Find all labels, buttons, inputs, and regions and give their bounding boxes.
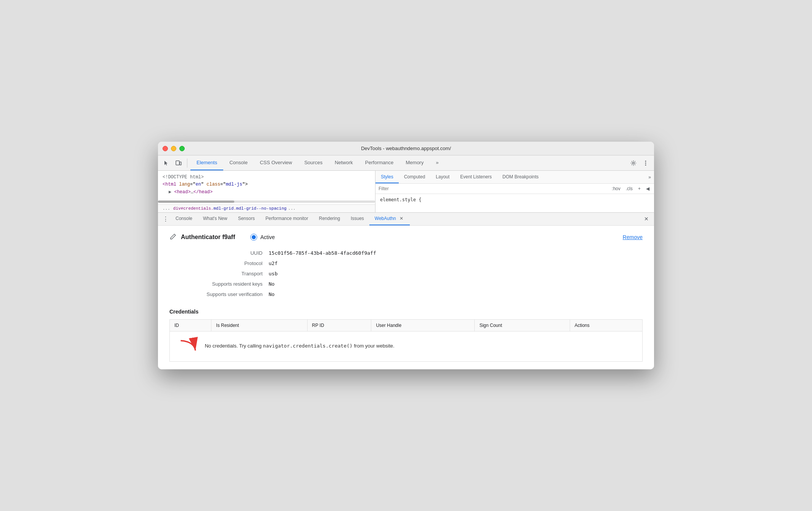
tab-more[interactable]: » [430,155,445,170]
col-user-handle: User Handle [371,319,475,331]
drawer-tab-whats-new[interactable]: What's New [198,213,233,225]
credentials-table: ID Is Resident RP ID User Handle Sign Co… [169,319,643,362]
col-actions: Actions [570,319,642,331]
cls-button[interactable]: .cls [624,185,634,192]
detail-row-transport: Transport usb [169,271,643,277]
titlebar: DevTools - webauthndemo.appspot.com/ [158,142,654,155]
detail-row-resident-keys: Supports resident keys No [169,281,643,287]
dom-tree: <!DOCTYPE html> <html lang="en" class="m… [158,171,375,199]
drawer-tab-more[interactable]: ⋮ [161,213,170,225]
styles-content: element.style { [375,194,654,205]
svg-point-5 [645,164,646,165]
main-tabs: Elements Console CSS Overview Sources Ne… [190,155,445,170]
breadcrumb-more[interactable]: ... [288,206,296,211]
tab-dom-breakpoints[interactable]: DOM Breakpoints [497,171,544,183]
toolbar-divider [187,158,187,168]
breadcrumb-dots[interactable]: ... [161,206,172,211]
more-options-button[interactable] [640,158,651,168]
col-sign-count: Sign Count [475,319,570,331]
authenticator-name: Authenticator f9aff [181,234,235,241]
transport-value: usb [269,271,277,277]
toggle-sidebar-button[interactable]: ◀ [644,185,651,192]
settings-button[interactable] [628,158,639,168]
device-toggle-button[interactable] [173,158,184,168]
svg-rect-1 [180,162,181,165]
styles-filter-actions: :hov .cls + ◀ [610,185,651,192]
tab-computed[interactable]: Computed [399,171,430,183]
tab-event-listeners[interactable]: Event Listeners [455,171,497,183]
close-button[interactable] [163,146,168,151]
drawer-tab-sensors[interactable]: Sensors [233,213,260,225]
resident-keys-value: No [269,281,275,287]
authenticator-details: UUID 15c01f56-785f-43b4-ab58-4facd60f9af… [169,250,643,297]
styles-filter-bar: :hov .cls + ◀ [375,184,654,194]
drawer-tab-webauthn[interactable]: WebAuthn ✕ [369,213,410,225]
elements-panel: <!DOCTYPE html> <html lang="en" class="m… [158,171,375,212]
styles-tab-more[interactable]: » [645,171,654,183]
detail-row-uuid: UUID 15c01f56-785f-43b4-ab58-4facd60f9af… [169,250,643,256]
tab-sources[interactable]: Sources [298,155,329,170]
credentials-title: Credentials [169,309,643,315]
tab-styles[interactable]: Styles [375,171,399,183]
drawer-tab-performance-monitor[interactable]: Performance monitor [260,213,314,225]
drawer-tab-issues[interactable]: Issues [345,213,369,225]
no-credentials-cell: No credentials. Try calling navigator.cr… [170,331,643,361]
add-rule-button[interactable]: + [636,185,642,192]
svg-point-2 [633,162,635,164]
webauthn-tab-label: WebAuthn [375,216,396,221]
styles-filter-input[interactable] [379,186,607,191]
tab-memory[interactable]: Memory [400,155,430,170]
tab-performance[interactable]: Performance [359,155,400,170]
svg-point-3 [645,160,646,162]
no-credentials-suffix: from your website. [353,343,395,349]
svg-point-4 [645,162,646,163]
drawer-tab-bar: ⋮ Console What's New Sensors Performance… [158,213,654,226]
drawer-close-all-button[interactable]: ✕ [642,213,651,225]
maximize-button[interactable] [179,146,185,151]
window-title: DevTools - webauthndemo.appspot.com/ [361,146,451,151]
user-verification-value: No [269,291,275,297]
tab-elements[interactable]: Elements [190,155,223,170]
credentials-table-body: No credentials. Try calling navigator.cr… [170,331,643,361]
credentials-section: Credentials ID Is Resident RP ID User Ha… [169,309,643,362]
breadcrumb-bar: ... div#credentials.mdl-grid.mdl-grid--n… [158,204,375,212]
hov-button[interactable]: :hov [610,185,622,192]
resident-keys-label: Supports resident keys [169,281,269,287]
tab-css-overview[interactable]: CSS Overview [254,155,298,170]
drawer-tab-rendering[interactable]: Rendering [314,213,345,225]
dom-doctype-line: <!DOCTYPE html> [163,174,371,181]
credentials-header-row: ID Is Resident RP ID User Handle Sign Co… [170,319,643,331]
col-is-resident: Is Resident [211,319,307,331]
element-style-rule: element.style { [380,197,421,202]
tab-network[interactable]: Network [329,155,359,170]
webauthn-tab-close[interactable]: ✕ [398,215,404,222]
col-id: ID [170,319,211,331]
styles-panel: Styles Computed Layout Event Listeners D… [375,171,654,212]
tab-layout[interactable]: Layout [430,171,455,183]
col-rp-id: RP ID [307,319,371,331]
active-radio[interactable] [250,234,257,241]
transport-label: Transport [169,271,269,277]
svg-rect-0 [176,161,179,165]
dom-html-line: <html lang="en" class="mdl-js"> [163,181,371,188]
breadcrumb-path: div#credentials.mdl-grid.mdl-grid--no-sp… [173,206,287,211]
devtools-container: Elements Console CSS Overview Sources Ne… [158,155,654,369]
devtools-window: DevTools - webauthndemo.appspot.com/ Ele… [158,142,654,369]
remove-button[interactable]: Remove [623,234,643,240]
cursor-tool-button[interactable] [161,158,172,168]
minimize-button[interactable] [171,146,176,151]
uuid-value: 15c01f56-785f-43b4-ab58-4facd60f9aff [269,250,376,256]
tab-console[interactable]: Console [223,155,254,170]
devtools-main-panel: <!DOCTYPE html> <html lang="en" class="m… [158,171,654,212]
window-controls [163,146,185,151]
no-credentials-text: No credentials. Try calling [205,343,263,349]
active-label: Active [260,234,275,240]
detail-row-user-verification: Supports user verification No [169,291,643,297]
edit-icon[interactable] [169,233,177,241]
dom-head-line: ▶ <head>…</head> [163,189,371,196]
protocol-value: u2f [269,260,277,266]
styles-tab-bar: Styles Computed Layout Event Listeners D… [375,171,654,184]
drawer-tab-console[interactable]: Console [170,213,198,225]
webauthn-panel: Authenticator f9aff Active Remove UUID 1… [158,226,654,369]
dom-horizontal-scrollbar[interactable] [158,201,375,203]
